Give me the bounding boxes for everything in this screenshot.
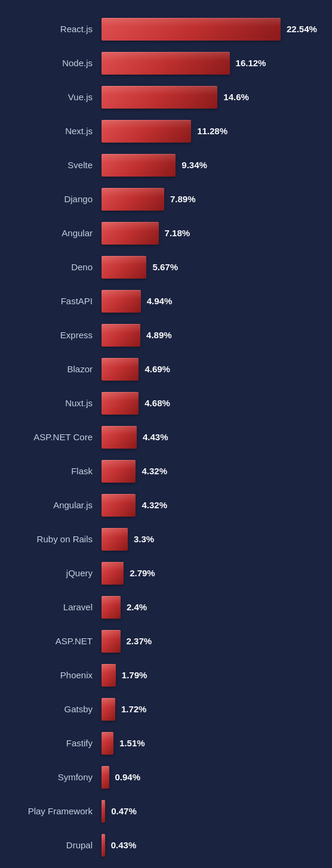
percentage-label: 2.79%	[130, 568, 155, 578]
bar	[102, 358, 139, 381]
bar-area: 0.43%	[102, 834, 326, 857]
bar-area: 0.94%	[102, 766, 326, 789]
framework-label: Ruby on Rails	[6, 534, 102, 544]
framework-label: Next.js	[6, 126, 102, 136]
bar-area: 4.69%	[102, 358, 326, 381]
bar	[102, 86, 217, 109]
bar-chart: React.js22.54%Node.js16.12%Vue.js14.6%Ne…	[6, 12, 326, 862]
bar-area: 1.72%	[102, 698, 326, 721]
percentage-label: 0.43%	[111, 840, 137, 850]
percentage-label: 1.79%	[122, 670, 147, 680]
bar-area: 9.34%	[102, 154, 326, 177]
list-item: Svelte9.34%	[6, 148, 326, 182]
bar	[102, 562, 124, 585]
percentage-label: 7.89%	[170, 194, 196, 204]
framework-label: Fastify	[6, 738, 102, 748]
bar	[102, 596, 121, 619]
percentage-label: 0.47%	[111, 806, 137, 816]
framework-label: Phoenix	[6, 670, 102, 680]
bar-area: 22.54%	[102, 18, 326, 41]
bar-area: 7.18%	[102, 222, 326, 245]
bar	[102, 18, 281, 41]
bar-area: 4.94%	[102, 290, 326, 313]
bar	[102, 290, 141, 313]
bar-area: 1.51%	[102, 732, 326, 755]
framework-label: Laravel	[6, 602, 102, 612]
list-item: Nuxt.js4.68%	[6, 386, 326, 420]
list-item: Laravel2.4%	[6, 590, 326, 624]
framework-label: FastAPI	[6, 296, 102, 306]
bar	[102, 426, 137, 449]
framework-label: Drupal	[6, 840, 102, 850]
list-item: Drupal0.43%	[6, 828, 326, 862]
bar-area: 16.12%	[102, 52, 326, 75]
list-item: Vue.js14.6%	[6, 80, 326, 114]
framework-label: Play Framework	[6, 806, 102, 816]
bar	[102, 800, 105, 823]
list-item: Django7.89%	[6, 182, 326, 216]
framework-label: Deno	[6, 262, 102, 272]
bar-area: 4.43%	[102, 426, 326, 449]
bar-area: 14.6%	[102, 86, 326, 109]
list-item: Fastify1.51%	[6, 726, 326, 760]
list-item: Play Framework0.47%	[6, 794, 326, 828]
percentage-label: 4.43%	[143, 432, 168, 442]
framework-label: Gatsby	[6, 704, 102, 714]
bar	[102, 664, 116, 687]
bar-area: 0.47%	[102, 800, 326, 823]
list-item: React.js22.54%	[6, 12, 326, 46]
bar	[102, 766, 109, 789]
bar-area: 1.79%	[102, 664, 326, 687]
bar-area: 4.32%	[102, 460, 326, 483]
percentage-label: 2.37%	[127, 636, 152, 646]
percentage-label: 9.34%	[182, 160, 207, 170]
percentage-label: 1.72%	[121, 704, 147, 714]
bar	[102, 494, 136, 517]
framework-label: Blazor	[6, 364, 102, 374]
bar	[102, 732, 113, 755]
percentage-label: 0.94%	[115, 772, 141, 782]
list-item: Next.js11.28%	[6, 114, 326, 148]
list-item: ASP.NET Core4.43%	[6, 420, 326, 454]
bar	[102, 188, 164, 211]
bar-area: 4.32%	[102, 494, 326, 517]
framework-label: Angular.js	[6, 500, 102, 510]
percentage-label: 7.18%	[165, 228, 190, 238]
bar-area: 2.79%	[102, 562, 326, 585]
percentage-label: 5.67%	[152, 262, 178, 272]
bar-area: 5.67%	[102, 256, 326, 279]
bar	[102, 324, 140, 347]
list-item: Phoenix1.79%	[6, 658, 326, 692]
bar	[102, 698, 115, 721]
bar-area: 2.37%	[102, 630, 326, 653]
list-item: ASP.NET2.37%	[6, 624, 326, 658]
list-item: Angular7.18%	[6, 216, 326, 250]
bar	[102, 120, 191, 143]
bar	[102, 528, 128, 551]
percentage-label: 4.68%	[145, 398, 170, 408]
framework-label: Node.js	[6, 58, 102, 68]
percentage-label: 14.6%	[223, 92, 249, 102]
list-item: Ruby on Rails3.3%	[6, 522, 326, 556]
list-item: Blazor4.69%	[6, 352, 326, 386]
percentage-label: 3.3%	[134, 534, 154, 544]
bar-area: 4.68%	[102, 392, 326, 415]
percentage-label: 2.4%	[127, 602, 147, 612]
bar	[102, 834, 105, 857]
bar	[102, 222, 159, 245]
framework-label: Angular	[6, 228, 102, 238]
bar	[102, 52, 230, 75]
framework-label: Svelte	[6, 160, 102, 170]
framework-label: Nuxt.js	[6, 398, 102, 408]
bar	[102, 460, 136, 483]
bar	[102, 154, 176, 177]
bar-area: 11.28%	[102, 120, 326, 143]
percentage-label: 4.32%	[142, 500, 167, 510]
bar-area: 2.4%	[102, 596, 326, 619]
bar-area: 7.89%	[102, 188, 326, 211]
percentage-label: 22.54%	[287, 24, 317, 34]
percentage-label: 16.12%	[236, 58, 266, 68]
list-item: Node.js16.12%	[6, 46, 326, 80]
percentage-label: 11.28%	[197, 126, 228, 136]
list-item: Deno5.67%	[6, 250, 326, 284]
